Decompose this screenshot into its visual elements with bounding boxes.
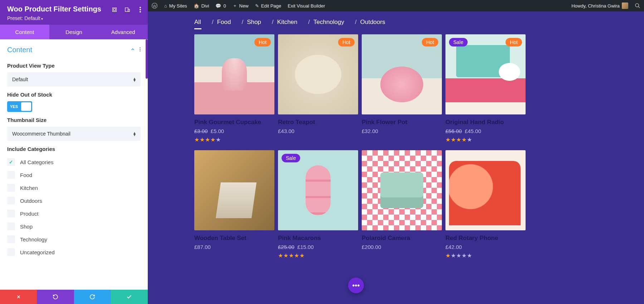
comments-link[interactable]: 💬0 — [215, 3, 226, 9]
exit-vb-link[interactable]: Exit Visual Builder — [288, 3, 325, 9]
wp-logo-icon[interactable] — [151, 3, 158, 9]
rating-stars: ★★★★★ — [278, 252, 358, 259]
edit-page-link[interactable]: ✎Edit Page — [255, 3, 281, 9]
price-current: £15.00 — [297, 244, 314, 250]
search-icon[interactable] — [635, 3, 640, 9]
preset-dropdown[interactable]: Preset: Default — [7, 15, 141, 21]
filterbar-item[interactable]: All — [194, 19, 201, 26]
howdy-link[interactable]: Howdy, Christina Gwira — [571, 3, 628, 9]
category-label: Shop — [20, 224, 33, 230]
tab-content[interactable]: Content — [0, 25, 49, 39]
category-list: All CategoriesFoodKitchenOutdoorsProduct… — [7, 156, 141, 259]
svg-point-5 — [140, 9, 141, 10]
category-checkbox-item[interactable]: Kitchen — [7, 181, 141, 194]
price-current: £42.00 — [445, 244, 462, 250]
svg-rect-0 — [113, 8, 117, 12]
filterbar-label: Kitchen — [277, 19, 298, 26]
product-view-type-value: Default — [12, 77, 28, 82]
svg-point-6 — [140, 11, 141, 13]
sidebar-tabs: Content Design Advanced — [0, 25, 148, 39]
filterbar-item[interactable]: /Technology — [308, 19, 344, 26]
section-header[interactable]: Content — [7, 44, 141, 58]
product-card[interactable]: HotPink Gourmet Cupcake£3.00£5.00★★★★★ — [194, 34, 274, 143]
svg-point-8 — [140, 49, 141, 50]
svg-rect-2 — [125, 8, 128, 12]
section-title: Content — [7, 46, 32, 54]
svg-point-12 — [152, 3, 157, 9]
product-image — [194, 150, 274, 230]
product-price: £3.00£5.00 — [194, 128, 274, 134]
product-title: Pink Macarons — [278, 235, 358, 242]
category-checkbox-item[interactable]: Uncategorized — [7, 246, 141, 259]
responsive-icon[interactable] — [124, 6, 131, 13]
category-checkbox-item[interactable]: Product — [7, 207, 141, 220]
category-label: Technology — [20, 236, 47, 242]
category-checkbox-item[interactable]: All Categories — [7, 156, 141, 168]
thumbnail-size-select[interactable]: Woocommerce Thumbnail ▴▾ — [7, 127, 141, 141]
product-card[interactable]: HotRetro Teapot£43.00 — [278, 34, 358, 143]
my-sites-link[interactable]: ⌂My Sites — [164, 3, 187, 9]
product-card[interactable]: Red Rotary Phone£42.00★★★★★ — [445, 150, 526, 259]
product-grid: HotPink Gourmet Cupcake£3.00£5.00★★★★★Ho… — [148, 31, 644, 266]
product-title: Pink Gourmet Cupcake — [194, 119, 274, 126]
checkbox-icon — [7, 158, 15, 166]
filterbar-label: All — [194, 19, 201, 26]
main-preview: ⌂My Sites 🏠Divi 💬0 ＋New ✎Edit Page Exit … — [148, 0, 644, 304]
price-current: £32.00 — [362, 128, 378, 134]
price-old: £3.00 — [194, 128, 208, 134]
product-title: Original Hand Radio — [445, 119, 526, 126]
category-checkbox-item[interactable]: Technology — [7, 233, 141, 246]
product-card[interactable]: HotPink Flower Pot£32.00 — [362, 34, 442, 143]
collapse-icon[interactable] — [130, 47, 135, 53]
filterbar-item[interactable]: /Kitchen — [272, 19, 297, 26]
svg-line-14 — [638, 6, 640, 8]
filterbar-item[interactable]: /Outdoors — [355, 19, 385, 26]
save-button[interactable] — [111, 290, 148, 304]
divider-icon: / — [212, 19, 214, 26]
product-price: £25.00£15.00 — [278, 244, 358, 250]
undo-button[interactable] — [37, 290, 74, 304]
product-view-type-select[interactable]: Default ▴▾ — [7, 72, 141, 87]
cancel-button[interactable] — [0, 290, 37, 304]
category-checkbox-item[interactable]: Outdoors — [7, 194, 141, 207]
category-checkbox-item[interactable]: Food — [7, 168, 141, 181]
site-link[interactable]: 🏠Divi — [194, 3, 209, 9]
checkbox-icon — [7, 184, 15, 192]
thumbnail-size-value: Woocommerce Thumbnail — [12, 131, 70, 137]
category-label: Outdoors — [20, 198, 42, 204]
product-price: £200.00 — [362, 244, 442, 250]
select-caret-icon: ▴▾ — [133, 132, 136, 136]
sidebar-body: Content Product View Type Default ▴▾ Hid… — [0, 39, 148, 290]
category-label: Food — [20, 172, 32, 178]
new-link[interactable]: ＋New — [233, 3, 249, 9]
filterbar-item[interactable]: /Food — [212, 19, 231, 26]
product-view-type-label: Product View Type — [7, 63, 141, 69]
product-card[interactable]: SaleHotOriginal Hand Radio£56.00£45.00★★… — [445, 34, 526, 143]
divider-icon: / — [308, 19, 310, 26]
tab-advanced[interactable]: Advanced — [98, 25, 148, 39]
filterbar-label: Food — [217, 19, 231, 26]
product-image — [362, 150, 442, 230]
category-filterbar: All/Food/Shop/Kitchen/Technology/Outdoor… — [148, 11, 644, 31]
product-price: £87.00 — [194, 244, 274, 250]
tab-design[interactable]: Design — [49, 25, 99, 39]
filterbar-item[interactable]: /Shop — [241, 19, 261, 26]
expand-icon[interactable] — [111, 6, 118, 13]
price-old: £56.00 — [445, 128, 462, 134]
filterbar-label: Technology — [313, 19, 344, 26]
category-checkbox-item[interactable]: Shop — [7, 220, 141, 233]
section-more-icon[interactable] — [140, 47, 141, 53]
hide-out-of-stock-toggle[interactable]: YES — [7, 101, 32, 112]
rating-stars: ★★★★★ — [445, 252, 526, 259]
product-card[interactable]: SalePink Macarons£25.00£15.00★★★★★ — [278, 150, 358, 259]
more-icon[interactable] — [137, 6, 143, 13]
checkbox-icon — [7, 222, 15, 230]
svg-point-4 — [140, 7, 141, 8]
sale-badge: Sale — [449, 38, 468, 46]
redo-button[interactable] — [74, 290, 111, 304]
product-card[interactable]: Polaroid Camera£200.00 — [362, 150, 442, 259]
fab-more-button[interactable]: ••• — [348, 278, 364, 293]
price-current: £200.00 — [362, 244, 381, 250]
product-card[interactable]: Wooden Table Set£87.00 — [194, 150, 274, 259]
product-title: Red Rotary Phone — [445, 235, 526, 242]
